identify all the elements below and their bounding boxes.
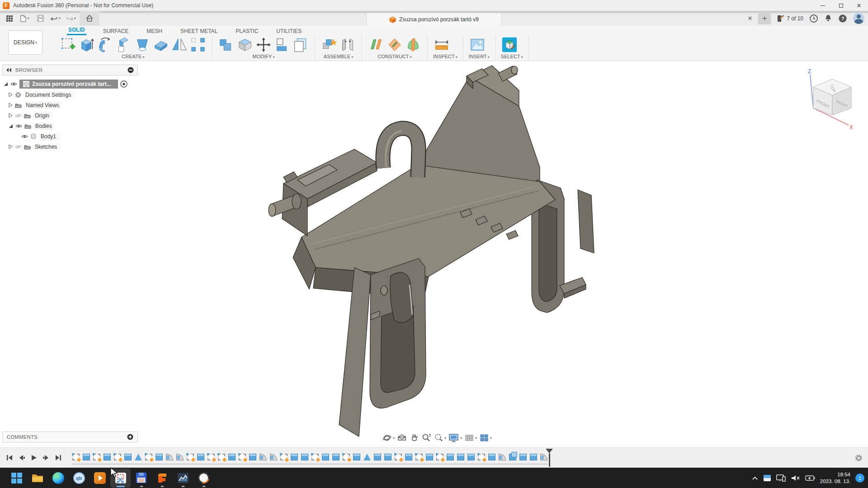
eye-off-icon[interactable] <box>15 113 22 118</box>
clock-icon[interactable] <box>809 14 818 23</box>
eye-icon[interactable] <box>10 82 17 86</box>
modify-group-label[interactable]: MODIFY <box>218 54 309 59</box>
revolve-icon[interactable] <box>97 36 114 53</box>
mirror-icon[interactable] <box>171 36 188 53</box>
floppy-app-button[interactable] <box>131 469 151 488</box>
timeline-feature-fillet[interactable] <box>499 454 506 460</box>
timeline-feature-sketch[interactable] <box>93 454 100 460</box>
step-back-icon[interactable] <box>18 454 26 462</box>
timeline-feature-sketch[interactable] <box>415 454 423 460</box>
timeline-feature-extrude[interactable] <box>249 454 256 460</box>
timeline-feature-combine[interactable] <box>509 454 516 460</box>
timeline-feature-extrude[interactable] <box>519 454 527 460</box>
timeline-feature-sketch[interactable] <box>208 454 215 460</box>
performance-monitor-button[interactable] <box>173 469 193 488</box>
workspace-selector[interactable]: DESIGN <box>8 30 42 55</box>
timeline-feature-extrude[interactable] <box>530 454 537 460</box>
save-icon[interactable] <box>33 13 47 24</box>
timeline-feature-sketch[interactable] <box>114 454 121 460</box>
new-tab-button[interactable]: + <box>758 12 771 24</box>
timeline-feature-sketch[interactable] <box>343 454 350 460</box>
play-icon[interactable] <box>30 454 38 462</box>
plane-at-angle-icon[interactable] <box>386 36 403 53</box>
tab-surface[interactable]: SURFACE <box>102 28 130 35</box>
chevron-up-icon[interactable] <box>752 476 758 480</box>
plus-circle-icon[interactable] <box>127 434 133 440</box>
copy-icon[interactable] <box>292 36 309 53</box>
rib-icon[interactable] <box>152 36 170 53</box>
browser-item-origin[interactable]: Origin <box>2 110 138 121</box>
timeline-feature-extrude[interactable] <box>83 454 90 460</box>
timeline-feature-fillet[interactable] <box>540 454 547 460</box>
display-settings-icon[interactable] <box>448 433 462 443</box>
sharex-button[interactable] <box>193 469 214 488</box>
document-tab[interactable]: Zsuzsa porszívó porzsák tartó v9 <box>366 13 502 26</box>
display-tray-icon[interactable] <box>776 474 786 482</box>
maximize-button[interactable] <box>832 0 850 11</box>
browser-item-named-views[interactable]: Named Views <box>2 100 138 110</box>
media-player-button[interactable] <box>90 469 110 488</box>
timeline-feature-sketch[interactable] <box>280 454 288 460</box>
create-group-label[interactable]: CREATE <box>60 54 207 59</box>
save-status[interactable]: 7 of 10 <box>777 15 803 22</box>
select-group-label[interactable]: SELECT <box>501 54 523 59</box>
eye-icon[interactable] <box>15 124 22 128</box>
timeline-feature-extrude[interactable] <box>353 454 360 460</box>
timeline-feature-mirror[interactable] <box>363 454 371 460</box>
timeline-feature-extrude[interactable] <box>384 454 392 460</box>
tab-sheet-metal[interactable]: SHEET METAL <box>179 28 219 35</box>
browser-root-item[interactable]: Zsuzsa porszívó porzsák tart... <box>2 78 138 89</box>
cad-model-vacuum-bag-holder[interactable] <box>266 63 603 447</box>
app-grid-icon[interactable] <box>3 13 16 24</box>
tab-utilities[interactable]: UTILITIES <box>275 28 303 35</box>
timeline-feature-extrude[interactable] <box>374 454 381 460</box>
timeline-feature-extrude[interactable] <box>322 454 329 460</box>
browser-header[interactable]: BROWSER <box>2 65 138 75</box>
timeline-feature-extrude[interactable] <box>332 454 340 460</box>
eye-icon[interactable] <box>21 134 28 139</box>
timeline-feature-fillet[interactable] <box>176 454 184 460</box>
notification-count-badge[interactable]: 1 <box>855 474 864 483</box>
volume-muted-icon[interactable] <box>791 474 800 482</box>
collapsed-arrow-icon[interactable] <box>9 113 13 118</box>
go-to-start-icon[interactable] <box>5 454 14 462</box>
look-at-icon[interactable] <box>397 433 407 443</box>
collapsed-arrow-icon[interactable] <box>9 144 13 149</box>
midplane-icon[interactable] <box>405 36 422 53</box>
joint-icon[interactable] <box>339 36 356 53</box>
loft-icon[interactable] <box>134 36 151 53</box>
start-button[interactable] <box>6 469 27 488</box>
timeline-feature-extrude[interactable] <box>156 454 163 460</box>
double-left-arrows-icon[interactable] <box>6 68 12 72</box>
extrude-icon[interactable] <box>78 36 95 53</box>
timeline-feature-sketch[interactable] <box>145 454 152 460</box>
timeline-track[interactable] <box>72 451 547 465</box>
timeline-feature-extrude[interactable] <box>467 454 475 460</box>
model-viewport[interactable]: BROWSER Zsuzsa porszívó porzsák tart... … <box>0 61 868 447</box>
file-explorer-button[interactable] <box>27 469 47 488</box>
pan-icon[interactable] <box>409 433 419 443</box>
activate-radio-icon[interactable] <box>120 80 127 88</box>
step-forward-icon[interactable] <box>42 454 50 462</box>
viewports-icon[interactable] <box>479 433 492 443</box>
clock-date[interactable]: 18:54 2023. 08. 13. <box>820 471 850 485</box>
offset-plane-icon[interactable] <box>368 36 385 53</box>
timeline-feature-extrude[interactable] <box>228 454 236 460</box>
browser-item-document-settings[interactable]: Document Settings <box>2 89 138 100</box>
sweep-icon[interactable] <box>115 36 132 53</box>
eye-off-icon[interactable] <box>15 145 22 149</box>
tab-solid[interactable]: SOLID <box>67 27 86 35</box>
timeline-feature-fillet[interactable] <box>166 454 173 460</box>
pattern-icon[interactable] <box>189 36 207 53</box>
timeline-feature-sketch[interactable] <box>478 454 485 460</box>
timeline-feature-extrude[interactable] <box>457 454 464 460</box>
timeline-feature-fillet[interactable] <box>259 454 267 460</box>
timeline-feature-extrude[interactable] <box>291 454 298 460</box>
assemble-group-label[interactable]: ASSEMBLE <box>321 54 356 59</box>
home-icon[interactable] <box>80 11 99 26</box>
press-pull-icon[interactable] <box>218 36 235 53</box>
timeline-feature-extrude[interactable] <box>104 454 111 460</box>
timeline-feature-sketch[interactable] <box>239 454 246 460</box>
timeline-feature-sketch[interactable] <box>218 454 225 460</box>
timeline-feature-fillet[interactable] <box>270 454 277 460</box>
